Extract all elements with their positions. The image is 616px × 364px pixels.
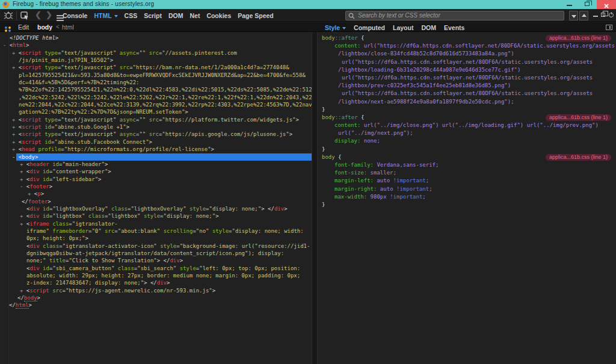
html-tree-row[interactable]: - <html> bbox=[0, 42, 312, 49]
css-rule-line[interactable]: body::after {applica...61b.css (line 1) bbox=[318, 114, 616, 122]
css-rule-line[interactable]: font-size: smaller; bbox=[318, 169, 616, 177]
html-tree-row[interactable]: gation%22:%7B%22ty%22:2%7D%7D&jsonp=NREU… bbox=[0, 108, 312, 116]
css-rule-line[interactable]: content: url("../img/close.png") url("..… bbox=[318, 122, 616, 129]
css-rule-line[interactable]: /lightbox/next-ae5988f24e9a8a0fa1897f9db… bbox=[318, 98, 616, 106]
tab-dom-side[interactable]: DOM bbox=[421, 24, 436, 31]
maximize-button[interactable] bbox=[579, 0, 597, 9]
tree-twisty[interactable]: + bbox=[12, 50, 19, 56]
firebug-off-icon[interactable] bbox=[609, 13, 614, 17]
html-tree-row[interactable]: + <script type="text/javascript" src="ht… bbox=[0, 64, 312, 71]
html-tree-row[interactable]: + <iframe class="igtranslator- bbox=[0, 220, 312, 227]
tree-twisty[interactable]: + bbox=[12, 117, 19, 123]
inspect-element-icon[interactable] bbox=[20, 11, 29, 22]
html-tree-row[interactable]: 0px; height: 0px;"> bbox=[0, 235, 312, 242]
tree-twisty[interactable]: + bbox=[20, 168, 26, 174]
firebug-minimize-icon[interactable] bbox=[593, 16, 598, 17]
tree-twisty[interactable]: + bbox=[20, 213, 26, 219]
tree-twisty[interactable]: - bbox=[20, 184, 26, 190]
html-tree-row[interactable]: %7B%22of%22:1425795525421,%22n%22:0,%22d… bbox=[0, 86, 312, 93]
tab-console[interactable]: Console bbox=[63, 12, 87, 19]
css-rule-line[interactable]: /lightbox/prev-c0325ef3c545a1f4ee25eb81d… bbox=[318, 82, 616, 90]
tab-dom[interactable]: DOM bbox=[168, 12, 183, 19]
css-rule-line[interactable]: margin-right: auto !important; bbox=[318, 185, 616, 193]
style-panel[interactable]: body::after {applica...61b.css (line 1)c… bbox=[318, 32, 616, 364]
css-source-link[interactable]: applica...61b.css (line 1) bbox=[546, 35, 611, 42]
breadcrumb-node-body[interactable]: body bbox=[37, 23, 52, 31]
close-button[interactable]: ✕ bbox=[597, 0, 616, 9]
html-tree-row[interactable]: <div id="lightboxOverlay" class="lightbo… bbox=[0, 205, 312, 212]
html-tree-panel[interactable]: <!DOCTYPE html>- <html>+ <script type="t… bbox=[0, 32, 312, 364]
forward-arrow-icon[interactable]: ❯ bbox=[46, 10, 52, 19]
html-tree-row[interactable]: dc=414&f=%5B%5D&perf=%7B%22timing%22: bbox=[0, 79, 312, 86]
html-tree-row[interactable]: + <script type="text/javascript" async="… bbox=[0, 131, 312, 138]
html-tree-row[interactable]: /js/pinit_main.js?PIN_16502"> bbox=[0, 57, 312, 64]
html-tree-row[interactable]: + <script id="abine.stub.Facebook Connec… bbox=[0, 138, 312, 146]
tab-cookies[interactable]: Cookies bbox=[206, 12, 231, 19]
html-tree-row[interactable]: <div id="sbi_camera_button" class="sbi_s… bbox=[0, 265, 312, 272]
css-rule-line[interactable]: font-family: Verdana,sans-serif; bbox=[318, 161, 616, 169]
html-tree-row[interactable]: </body> bbox=[0, 294, 312, 301]
tree-twisty[interactable]: - bbox=[3, 42, 10, 48]
edit-button[interactable]: Edit bbox=[18, 23, 29, 31]
firebug-bug-icon[interactable] bbox=[4, 11, 13, 22]
side-panel-options-icon[interactable] bbox=[606, 25, 612, 30]
tab-page-speed[interactable]: Page Speed bbox=[238, 12, 274, 19]
html-tree-row[interactable]: <!DOCTYPE html> bbox=[0, 34, 312, 42]
html-tree-row[interactable]: ne%22:2044,%22c%22:2044,%22ce%22:3139,%2… bbox=[0, 101, 312, 108]
html-tree-row[interactable]: + <script id="abine.stub.Google +1"> bbox=[0, 123, 312, 131]
html-tree-row[interactable]: + <header id="main-header"> bbox=[0, 161, 312, 168]
html-tree-row[interactable]: ,%22dc%22:5242,%22l%22:5242,%22le%22:526… bbox=[0, 94, 312, 101]
css-rule-line[interactable]: content: url("https://df6a.https.cdn.sof… bbox=[318, 42, 616, 50]
css-source-link[interactable]: applica...61b.css (line 1) bbox=[546, 154, 611, 161]
breadcrumb-node-html[interactable]: html bbox=[62, 23, 74, 31]
html-tree-row[interactable]: absolute; width: 29px; height: 27px; bor… bbox=[0, 272, 312, 279]
tree-twisty[interactable]: - bbox=[12, 154, 19, 160]
tab-computed[interactable]: Computed bbox=[354, 24, 385, 31]
tab-net[interactable]: Net bbox=[189, 12, 200, 19]
tree-twisty[interactable]: + bbox=[20, 161, 26, 167]
css-rule-line[interactable]: /lightbox/loading-6b31e20298c444a087e9e6… bbox=[318, 66, 616, 74]
tab-events[interactable]: Events bbox=[444, 24, 464, 31]
titlebar[interactable]: Firebug - firebug themes and skins - use… bbox=[0, 0, 616, 9]
panel-splitter[interactable] bbox=[312, 32, 318, 364]
css-rule-line[interactable]: url("../img/next.png"); bbox=[318, 129, 616, 137]
tab-html[interactable]: HTML bbox=[94, 12, 117, 19]
tab-css[interactable]: CSS bbox=[125, 12, 138, 19]
html-tree-row[interactable]: - <body> bbox=[0, 153, 312, 161]
html-tree-row[interactable]: + <script type="text/javascript" async="… bbox=[0, 116, 312, 123]
search-input[interactable]: Search by text or CSS selector bbox=[345, 11, 564, 20]
search-next-button[interactable] bbox=[569, 11, 578, 20]
css-rule-line[interactable]: body {applica...61b.css (line 1) bbox=[318, 153, 616, 161]
html-tree-row[interactable]: + <script type="text/javascript" async="… bbox=[0, 49, 312, 57]
css-rule-line[interactable]: display: none; bbox=[318, 137, 616, 145]
tree-twisty[interactable]: + bbox=[12, 146, 19, 152]
css-rule-line[interactable]: max-width: 980px !important; bbox=[318, 193, 616, 201]
html-tree-row[interactable]: + <p> bbox=[0, 190, 312, 197]
tree-twisty[interactable]: + bbox=[28, 191, 34, 197]
css-rule-line[interactable]: } bbox=[318, 201, 616, 209]
css-rule-line[interactable]: /lightbox/close-834fcd48b52c8d70d616d573… bbox=[318, 50, 616, 58]
css-rule-line[interactable]: body::after {applica...61b.css (line 1) bbox=[318, 34, 616, 42]
tab-script[interactable]: Script bbox=[144, 12, 162, 19]
css-rule-line[interactable]: url("https://df6a.https.cdn.softlayer.ne… bbox=[318, 74, 616, 82]
html-tree-row[interactable]: dgnibwqga0sibw-at-jetpack/igtranslator/d… bbox=[0, 250, 312, 257]
tree-twisty[interactable]: + bbox=[12, 139, 19, 145]
tab-layout[interactable]: Layout bbox=[393, 24, 413, 31]
firebug-detach-icon[interactable] bbox=[601, 13, 605, 17]
html-tree-row[interactable]: <div class="igtranslator-activator-icon"… bbox=[0, 242, 312, 250]
tree-twisty[interactable]: + bbox=[20, 176, 26, 182]
html-tree-row[interactable]: pl=1425795525421&v=593.35a80d8&to=ewpeFR… bbox=[0, 72, 312, 79]
tree-twisty[interactable]: + bbox=[12, 131, 19, 137]
tab-style[interactable]: Style bbox=[325, 24, 346, 31]
back-arrow-icon[interactable]: ❮ bbox=[35, 10, 42, 19]
html-tree-row[interactable]: + <head profile="http://microformats.org… bbox=[0, 146, 312, 153]
html-tree-row[interactable]: + <div id="content-wrapper"> bbox=[0, 168, 312, 175]
search-prev-button[interactable] bbox=[579, 11, 588, 20]
css-rule-line[interactable]: url("https://df6a.https.cdn.softlayer.ne… bbox=[318, 58, 616, 66]
html-tree-row[interactable]: </html> bbox=[0, 301, 312, 309]
tree-twisty[interactable]: + bbox=[12, 124, 19, 130]
tree-twisty[interactable]: + bbox=[20, 221, 26, 227]
css-rule-line[interactable]: } bbox=[318, 106, 616, 114]
html-tree-row[interactable]: + <div id="left-sidebar"> bbox=[0, 176, 312, 183]
tree-twisty[interactable]: + bbox=[12, 64, 19, 70]
